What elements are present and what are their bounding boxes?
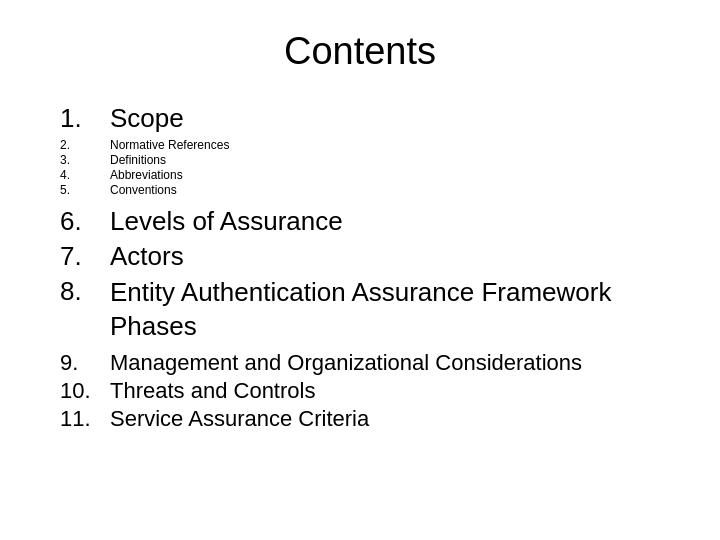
list-item: 5. Conventions [60, 183, 660, 197]
sub-number-2: 2. [60, 138, 110, 152]
sub-label-2: Normative References [110, 138, 229, 152]
item-label-8: Entity Authentication Assurance Framewor… [110, 276, 660, 344]
page-title: Contents [60, 30, 660, 73]
item-number-8: 8. [60, 276, 110, 307]
item-number-9: 9. [60, 350, 110, 376]
item-number-11: 11. [60, 406, 110, 432]
content-area: 1. Scope 2. Normative References 3. Defi… [60, 103, 660, 432]
item-label-7: Actors [110, 241, 184, 272]
item-label-11: Service Assurance Criteria [110, 406, 369, 432]
item-label-6: Levels of Assurance [110, 206, 343, 237]
list-item: 2. Normative References [60, 138, 660, 152]
list-item: 10. Threats and Controls [60, 378, 660, 404]
list-item: 4. Abbreviations [60, 168, 660, 182]
list-item: 7. Actors [60, 241, 660, 272]
item-number-10: 10. [60, 378, 110, 404]
sub-label-3: Definitions [110, 153, 166, 167]
list-item: 8. Entity Authentication Assurance Frame… [60, 276, 660, 344]
list-item: 1. Scope [60, 103, 660, 134]
item-number-6: 6. [60, 206, 110, 237]
sub-number-4: 4. [60, 168, 110, 182]
item-label-10: Threats and Controls [110, 378, 315, 404]
list-item: 6. Levels of Assurance [60, 206, 660, 237]
sub-items-list: 2. Normative References 3. Definitions 4… [60, 138, 660, 198]
item-number-1: 1. [60, 103, 110, 134]
list-item: 9. Management and Organizational Conside… [60, 350, 660, 376]
list-item: 11. Service Assurance Criteria [60, 406, 660, 432]
sub-label-4: Abbreviations [110, 168, 183, 182]
item-label-9: Management and Organizational Considerat… [110, 350, 582, 376]
lower-items-list: 9. Management and Organizational Conside… [60, 350, 660, 432]
list-item: 3. Definitions [60, 153, 660, 167]
sub-number-5: 5. [60, 183, 110, 197]
sub-label-5: Conventions [110, 183, 177, 197]
item-number-7: 7. [60, 241, 110, 272]
sub-number-3: 3. [60, 153, 110, 167]
item-label-1: Scope [110, 103, 184, 134]
